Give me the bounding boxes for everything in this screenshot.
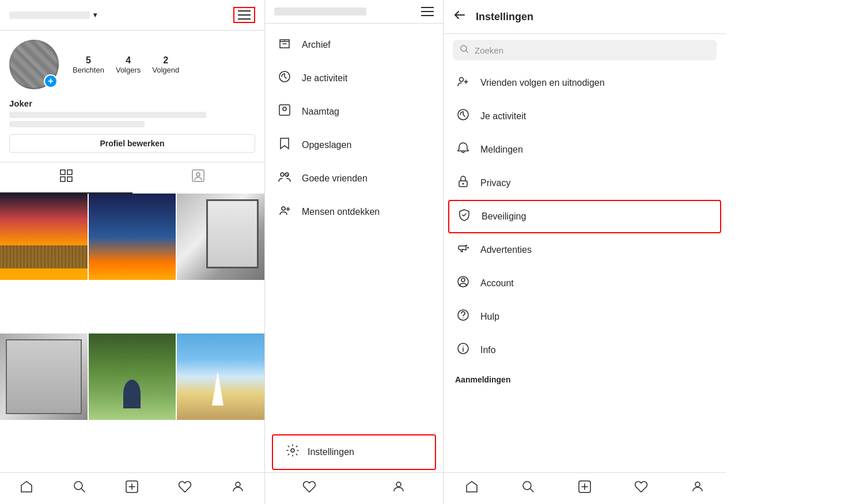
panel3-profile-icon[interactable] [691, 480, 704, 497]
photo-5[interactable] [89, 334, 176, 420]
stat-followers-label: Volgers [116, 66, 141, 74]
bell-icon [455, 141, 471, 158]
tab-tagged[interactable] [132, 162, 265, 194]
hamburger-line-3 [238, 18, 251, 20]
add-story-button[interactable]: + [44, 74, 58, 88]
settings-item-privacy[interactable]: Privacy [444, 166, 726, 200]
menu-item-activity[interactable]: Je activiteit [265, 62, 443, 95]
profile-top: + 5 Berichten 4 Volgers 2 Volgend [9, 40, 255, 89]
stat-following: 2 Volgend [152, 55, 179, 74]
settings-gear-icon [285, 444, 301, 461]
settings-item-advertenties-label: Advertenties [480, 245, 532, 255]
svg-point-15 [282, 207, 285, 210]
hamburger-menu-button[interactable] [233, 7, 255, 23]
bottom-nav-panel1 [0, 472, 264, 504]
settings-item-meldingen[interactable]: Meldingen [444, 133, 726, 166]
menu-item-naamtag[interactable]: Naamtag [265, 95, 443, 128]
menu-panel: Archief Je activiteit Naamtag Opgeslagen [265, 0, 444, 504]
svg-point-23 [467, 247, 469, 249]
bio-line-2 [9, 121, 145, 127]
settings-search-bar[interactable]: Zoeken [453, 40, 717, 60]
back-button[interactable] [453, 8, 467, 25]
settings-items-list: Vrienden volgen en uitnodigen Je activit… [444, 66, 726, 472]
svg-point-25 [461, 278, 465, 282]
panel3-home-icon[interactable] [465, 480, 479, 497]
home-nav-icon[interactable] [20, 480, 33, 497]
svg-point-5 [196, 173, 200, 176]
stats-bar: 5 Berichten 4 Volgers 2 Volgend [73, 55, 179, 74]
photo-6[interactable] [177, 334, 264, 420]
menu-item-activity-label: Je activiteit [302, 73, 347, 84]
photo-2[interactable] [89, 194, 176, 280]
settings-item-account[interactable]: Account [444, 267, 726, 300]
tab-grid[interactable] [0, 162, 132, 194]
edit-profile-button[interactable]: Profiel bewerken [9, 134, 255, 153]
add-post-nav-icon[interactable] [125, 480, 139, 497]
settings-activity-icon [455, 108, 471, 125]
menu-item-mensen-ontdekken[interactable]: Mensen ontdekken [265, 195, 443, 229]
settings-item-activiteit[interactable]: Je activiteit [444, 100, 726, 133]
settings-item-beveiliging[interactable]: Beveiliging [448, 200, 721, 233]
person-tag-icon [192, 169, 204, 185]
menu-item-goede-vrienden-label: Goede vrienden [302, 173, 368, 184]
bookmark-icon [276, 137, 293, 154]
panel3-heart-icon[interactable] [634, 480, 648, 497]
stat-followers-num: 4 [126, 55, 131, 66]
settings-item-vrienden[interactable]: Vrienden volgen en uitnodigen [444, 66, 726, 100]
settings-menu-item[interactable]: Instellingen [272, 434, 436, 470]
megaphone-icon [455, 241, 471, 259]
svg-rect-2 [60, 177, 65, 181]
settings-item-beveiliging-label: Beveiliging [482, 211, 526, 222]
profile-nav-icon[interactable] [231, 480, 245, 497]
search-nav-icon[interactable] [73, 480, 86, 497]
hamburger-line-2 [238, 14, 251, 16]
menu-item-naamtag-label: Naamtag [302, 107, 339, 117]
svg-rect-0 [60, 170, 65, 175]
follow-friends-icon [455, 74, 471, 92]
panel3-add-icon[interactable] [578, 480, 592, 497]
menu-item-goede-vrienden[interactable]: Goede vrienden [265, 162, 443, 195]
stat-posts-num: 5 [86, 55, 91, 66]
settings-item-activiteit-label: Je activiteit [480, 111, 526, 122]
svg-point-32 [695, 482, 700, 487]
photo-3[interactable] [177, 194, 264, 280]
panel3-search-icon[interactable] [521, 480, 535, 497]
settings-item-hulp[interactable]: Hulp [444, 300, 726, 334]
archive-icon [276, 36, 293, 54]
grid-icon [60, 169, 73, 185]
heart-nav-icon[interactable] [178, 480, 192, 497]
panel2-heart-icon[interactable] [302, 480, 316, 497]
menu-item-opgeslagen[interactable]: Opgeslagen [265, 128, 443, 162]
stat-posts-label: Berichten [73, 66, 104, 74]
photo-1[interactable] [0, 194, 88, 280]
username-blur [9, 12, 90, 19]
profile-panel: ▾ + 5 Berichten 4 Volgers [0, 0, 265, 504]
svg-point-27 [463, 317, 464, 319]
svg-point-6 [74, 482, 82, 490]
settings-search-placeholder: Zoeken [475, 46, 503, 55]
menu-hamburger[interactable] [421, 7, 434, 16]
stat-followers: 4 Volgers [116, 55, 141, 74]
panel2-profile-icon[interactable] [392, 480, 406, 497]
settings-item-account-label: Account [480, 278, 514, 289]
settings-panel-title: Instellingen [476, 11, 533, 23]
content-tabs [0, 162, 264, 194]
photo-4[interactable] [0, 334, 88, 420]
settings-item-advertenties[interactable]: Advertenties [444, 233, 726, 267]
close-friends-icon [276, 170, 293, 187]
profile-header: ▾ [0, 0, 264, 31]
menu-item-archief[interactable]: Archief [265, 28, 443, 62]
profile-username: ▾ [9, 11, 97, 19]
settings-item-meldingen-label: Meldingen [480, 145, 523, 155]
bottom-nav-panel3 [444, 472, 726, 504]
settings-item-info[interactable]: Info [444, 334, 726, 367]
svg-point-17 [396, 482, 401, 487]
svg-rect-3 [67, 177, 72, 181]
menu-header [265, 0, 443, 24]
activity-icon [276, 70, 293, 87]
svg-point-12 [281, 173, 284, 176]
settings-menu-label: Instellingen [308, 447, 354, 457]
settings-panel: Instellingen Zoeken Vrienden volgen en u… [444, 0, 726, 504]
username-caret: ▾ [93, 11, 97, 19]
menu-list: Archief Je activiteit Naamtag Opgeslagen [265, 24, 443, 233]
